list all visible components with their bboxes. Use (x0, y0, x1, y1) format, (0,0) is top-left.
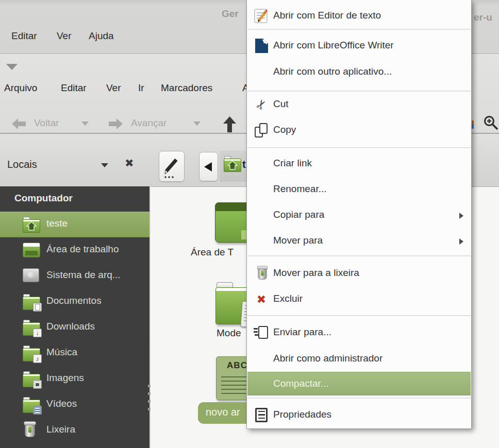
menu-item-enviar-para[interactable]: Enviar para... (247, 320, 471, 346)
trash-icon (253, 265, 270, 282)
menu-item-propriedades[interactable]: Propriedades (247, 402, 471, 428)
sidebar-item-label: Documentos (46, 295, 102, 306)
sidebar-item-label: Área de trabalho (46, 244, 119, 255)
sidebar-item-teste[interactable]: teste (0, 212, 149, 237)
menu-item-label: Propriedades (273, 409, 331, 420)
fm-menu-editar[interactable]: Editar (61, 82, 87, 94)
videos-folder-icon (23, 397, 40, 413)
images-folder-icon (23, 371, 40, 388)
pencil-icon (159, 151, 184, 181)
menu-item-label: Excluir (273, 293, 303, 304)
forward-history-caret-icon[interactable] (193, 122, 201, 126)
menu-item-criar-link[interactable]: Criar link (247, 151, 471, 177)
drive-icon (23, 268, 40, 285)
sidebar-item-label: Vídeos (46, 398, 77, 409)
menu-item-renomear[interactable]: Renomear... (247, 177, 471, 202)
background-window-title-fragment-right: er-u (474, 12, 492, 23)
screen: Ger er-u Editar Ver Ajuda Arquivo Editar… (0, 0, 499, 448)
file-label-area-de-trabalho[interactable]: Área de T (191, 247, 234, 258)
text-editor-icon (253, 8, 270, 24)
menu-separator (247, 29, 471, 30)
sidebar-item-documentos[interactable]: Documentos (0, 289, 149, 315)
left-triangle-icon (204, 162, 212, 171)
sidebar-item-label: Música (46, 347, 77, 358)
menu-separator (247, 315, 471, 316)
background-window-title-fragment-left: Ger (222, 8, 239, 20)
file-label-novo-arquivo: novo ar (206, 406, 240, 418)
menu-item-abrir-editor-texto[interactable]: Abrir com Editor de texto (247, 3, 471, 29)
sidebar-close-icon[interactable]: ✖ (125, 157, 134, 169)
file-label-modelos[interactable]: Mode (217, 328, 241, 339)
sidebar-resize-grip[interactable] (148, 385, 151, 387)
menu-item-label: Renomear... (273, 183, 327, 195)
sidebar-section-computador: Computador (14, 193, 73, 204)
menu-item-label: Abrir com LibreOffice Writer (273, 40, 394, 51)
sidebar-item-videos[interactable]: Vídeos (0, 392, 149, 418)
menu-item-abrir-como-administrador[interactable]: Abrir como administrador (247, 346, 471, 372)
sidebar-resize-grip[interactable] (148, 400, 151, 403)
fm-menu-ver[interactable]: Ver (106, 82, 121, 94)
bg-menu-ajuda[interactable]: Ajuda (89, 30, 114, 42)
sidebar-item-label: Lixeira (46, 424, 75, 435)
menu-item-abrir-outro-aplicativo[interactable]: Abrir com outro aplicativo... (247, 59, 471, 85)
music-folder-icon: ♪ (23, 346, 40, 362)
back-button[interactable]: Voltar (34, 117, 59, 129)
back-history-caret-icon[interactable] (81, 122, 89, 126)
menu-item-copy[interactable]: Copy (247, 117, 471, 143)
sidebar-item-area-de-trabalho[interactable]: Área de trabalho (0, 238, 149, 264)
desktop-icon (23, 243, 40, 259)
pathbar-scroll-left-button[interactable] (199, 152, 218, 181)
menu-item-label: Copiar para (273, 209, 324, 220)
sidebar-item-imagens[interactable]: Imagens (0, 367, 149, 392)
home-folder-icon (23, 217, 40, 233)
forward-arrow-icon[interactable] (109, 118, 123, 129)
sidebar-item-label: Downloads (46, 321, 95, 332)
zoom-in-icon[interactable] (484, 115, 499, 131)
libreoffice-writer-icon (253, 38, 270, 54)
menu-item-compactar-highlighted[interactable]: Compactar... (247, 372, 471, 395)
places-caret-icon[interactable] (101, 163, 108, 167)
sidebar-item-label: teste (46, 218, 68, 229)
menu-separator (247, 398, 471, 399)
menu-separator (247, 255, 471, 256)
menu-item-mover-para-lixeira[interactable]: Mover para a lixeira (247, 261, 471, 286)
menu-item-copiar-para[interactable]: Copiar para (247, 202, 471, 228)
fm-menu-arquivo[interactable]: Arquivo (4, 82, 37, 94)
sidebar-pane-selector[interactable]: Locais (7, 159, 37, 170)
path-button-label-fragment: t (242, 159, 246, 170)
delete-x-icon: ✖ (253, 291, 270, 307)
bg-menu-editar[interactable]: Editar (11, 30, 37, 42)
up-arrow-icon[interactable] (223, 116, 236, 132)
menu-item-label: Abrir com outro aplicativo... (273, 66, 392, 77)
back-arrow-icon[interactable] (12, 118, 26, 129)
home-folder-icon (224, 156, 241, 172)
menu-item-label: Enviar para... (273, 326, 331, 338)
menu-item-excluir[interactable]: ✖ Excluir (247, 286, 471, 312)
menu-item-abrir-libreoffice-writer[interactable]: Abrir com LibreOffice Writer (247, 33, 471, 59)
send-to-icon (253, 324, 270, 341)
edit-location-button[interactable] (159, 151, 185, 182)
menu-item-label: Abrir como administrador (273, 353, 382, 364)
sidebar-item-musica[interactable]: ♪ Música (0, 341, 149, 367)
sidebar-item-lixeira[interactable]: Lixeira (0, 418, 149, 444)
menu-item-mover-para[interactable]: Mover para (247, 228, 471, 254)
menu-item-label: Compactar... (273, 378, 329, 389)
sidebar-item-downloads[interactable]: ↓ Downloads (0, 315, 149, 341)
menu-item-label: Copy (273, 124, 296, 135)
sidebar-resize-grip[interactable] (148, 392, 151, 395)
sidebar-item-sistema-de-arquivos[interactable]: Sistema de arq... (0, 264, 149, 289)
menu-separator (247, 147, 471, 148)
menu-item-label: Abrir com Editor de texto (273, 10, 381, 21)
chevron-down-icon[interactable] (6, 64, 18, 70)
fm-menu-marcadores[interactable]: Marcadores (161, 82, 212, 94)
fm-menu-ir[interactable]: Ir (138, 82, 144, 94)
bg-menu-ver[interactable]: Ver (57, 30, 72, 42)
menu-item-label: Mover para a lixeira (273, 267, 359, 279)
sidebar-resize-grip[interactable] (148, 408, 151, 410)
downloads-folder-icon: ↓ (23, 320, 40, 336)
forward-button[interactable]: Avançar (131, 117, 167, 129)
copy-icon (253, 122, 270, 139)
sidebar-item-label: Imagens (46, 372, 84, 384)
context-menu: Abrir com Editor de texto Abrir com Libr… (246, 0, 472, 429)
menu-item-cut[interactable]: ✂ Cut (247, 92, 471, 117)
